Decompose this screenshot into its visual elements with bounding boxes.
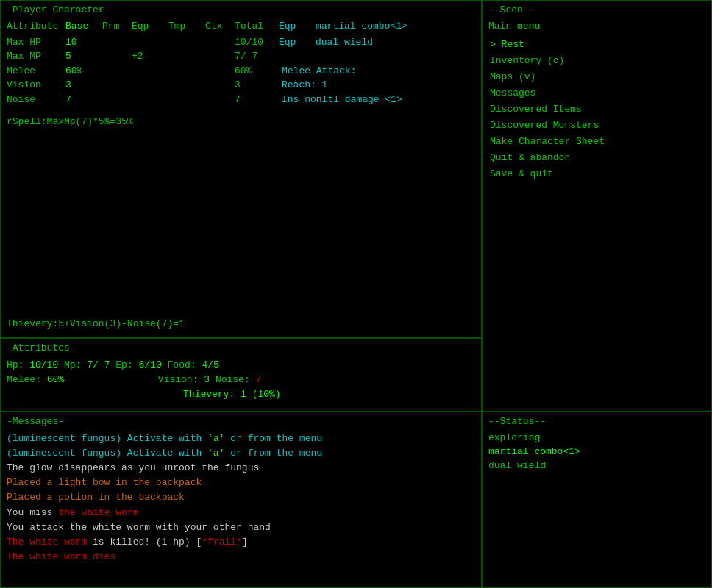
- header-attribute: Attribute: [7, 20, 65, 34]
- messages-panel: -Messages- (luminescent fungus) Activate…: [0, 412, 482, 588]
- attrs-line3: Thievery: 1 (10%): [7, 387, 475, 402]
- header-eqp: Eqp: [132, 20, 168, 34]
- stat-row-maxmp: Max MP 5 +2 7/ 7: [7, 49, 475, 64]
- menu-item-make-character-sheet[interactable]: Make Character Sheet: [488, 134, 705, 150]
- msg-line-6: You miss the white worm: [7, 506, 475, 520]
- msg-line-2: (luminescent fungus) Activate with 'a' o…: [7, 446, 475, 461]
- menu-item-quit-abandon[interactable]: Quit & abandon: [488, 150, 705, 166]
- attrs-title: -Attributes-: [7, 342, 475, 356]
- player-char-title: -Player Character-: [7, 4, 475, 18]
- msg-line-7: You attack the white worm with your othe…: [7, 520, 475, 535]
- menu-item-inventory[interactable]: Inventory (c): [488, 53, 705, 69]
- status-state: exploring: [488, 431, 705, 445]
- msg-line-4: Placed a light bow in the backpack: [7, 476, 475, 490]
- header-eqp2: Eqp: [279, 20, 316, 34]
- msg-line-8: The white worm is killed! (1 hp) [*frail…: [7, 535, 475, 550]
- status-panel: --Status-- exploring martial combo<1> du…: [482, 412, 712, 588]
- msg-line-3: The glow disappears as you unroot the fu…: [7, 461, 475, 476]
- stats-header: Attribute Base Prm Eqp Tmp Ctx Total Eqp…: [7, 20, 475, 34]
- player-char-panel: -Player Character- Attribute Base Prm Eq…: [0, 0, 482, 338]
- status-equip2: dual wield: [488, 459, 705, 473]
- thievery-line: Thievery:5+Vision(3)-Noise(7)=1: [7, 318, 185, 331]
- msg-line-1: (luminescent fungus) Activate with 'a' o…: [7, 431, 475, 446]
- menu-item-discovered-items[interactable]: Discovered Items: [488, 101, 705, 118]
- menu-item-rest[interactable]: > Rest: [488, 37, 705, 53]
- attrs-panel: -Attributes- Hp: 10/10 Mp: 7/ 7 Ep: 6/10…: [0, 338, 482, 412]
- header-total: Total: [235, 20, 279, 34]
- spell-line: rSpell:MaxMp(7)*5%=35%: [7, 115, 475, 129]
- attrs-line2: Melee: 60% Vision: 3 Noise: 7: [7, 373, 475, 387]
- status-title: --Status--: [488, 415, 705, 429]
- header-ctx: Ctx: [205, 20, 235, 34]
- msg-line-9: The white worm dies: [7, 550, 475, 564]
- header-equip-val: martial combo<1>: [316, 20, 407, 34]
- stat-row-vision: Vision 3 3 Reach: 1: [7, 78, 475, 93]
- status-equip1: martial combo<1>: [488, 445, 705, 459]
- messages-title: -Messages-: [7, 415, 475, 429]
- menu-item-maps[interactable]: Maps (v): [488, 69, 705, 85]
- main-menu-title: Main menu: [488, 20, 705, 34]
- header-prm: Prm: [102, 20, 132, 34]
- attrs-line1: Hp: 10/10 Mp: 7/ 7 Ep: 6/10 Food: 4/5: [7, 358, 475, 373]
- header-tmp: Tmp: [168, 20, 205, 34]
- header-base: Base: [65, 20, 102, 34]
- stat-row-noise: Noise 7 7 Ins nonltl damage <1>: [7, 93, 475, 107]
- seen-title: --Seen--: [488, 4, 705, 18]
- msg-line-5: Placed a potion in the backpack: [7, 490, 475, 505]
- stat-row-maxhp: Max HP 10 10/10 Eqp dual wield: [7, 35, 475, 50]
- menu-item-save-quit[interactable]: Save & quit: [488, 166, 705, 182]
- menu-item-messages[interactable]: Messages: [488, 85, 705, 101]
- seen-panel: --Seen-- Main menu > Rest Inventory (c) …: [482, 0, 712, 412]
- stat-row-melee: Melee 60% 60% Melee Attack:: [7, 64, 475, 79]
- menu-item-discovered-monsters[interactable]: Discovered Monsters: [488, 118, 705, 134]
